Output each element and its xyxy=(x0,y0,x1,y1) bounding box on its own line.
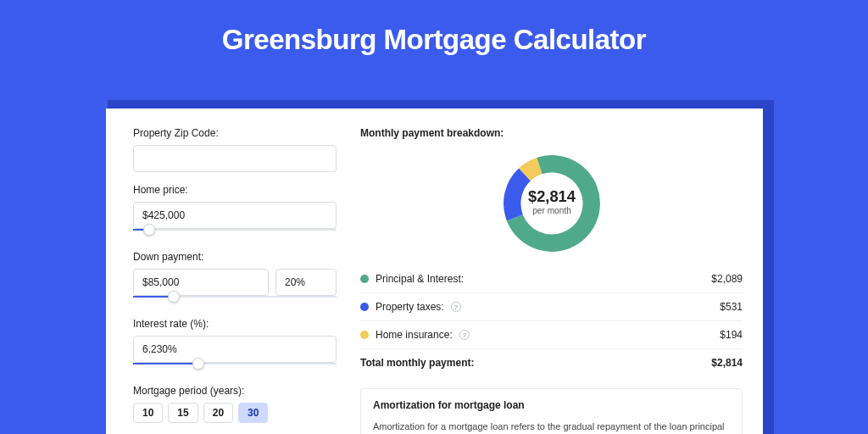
interest-slider-thumb[interactable] xyxy=(192,358,204,370)
inputs-panel: Property Zip Code: Home price: Down paym… xyxy=(133,127,337,434)
breakdown-row-value: $2,089 xyxy=(711,273,743,285)
period-field-group: Mortgage period (years): 10152030 xyxy=(133,385,337,423)
breakdown-row-label: Principal & Interest: xyxy=(376,273,464,285)
breakdown-row-value: $194 xyxy=(720,329,743,341)
amortization-body: Amortization for a mortgage loan refers … xyxy=(373,420,730,434)
home-price-slider[interactable] xyxy=(133,227,337,239)
total-row: Total monthly payment: $2,814 xyxy=(360,349,743,376)
donut-center-value: $2,814 xyxy=(528,187,576,205)
breakdown-row-1: Property taxes:?$531 xyxy=(360,293,743,321)
total-value: $2,814 xyxy=(711,357,743,369)
bullet-icon xyxy=(360,275,369,283)
donut-chart: $2,814 per month xyxy=(500,152,604,255)
zip-input[interactable] xyxy=(133,145,337,172)
amortization-title: Amortization for mortgage loan xyxy=(373,399,730,411)
period-option-15[interactable]: 15 xyxy=(168,403,198,423)
breakdown-row-0: Principal & Interest:$2,089 xyxy=(360,265,743,293)
home-price-input[interactable] xyxy=(133,202,337,229)
down-payment-slider-thumb[interactable] xyxy=(168,291,180,303)
down-payment-label: Down payment: xyxy=(133,251,337,263)
help-icon[interactable]: ? xyxy=(451,302,461,312)
interest-field-group: Interest rate (%): xyxy=(133,318,337,373)
interest-slider[interactable] xyxy=(133,361,337,373)
breakdown-row-value: $531 xyxy=(720,301,743,313)
zip-label: Property Zip Code: xyxy=(133,127,337,139)
donut-chart-container: $2,814 per month xyxy=(360,147,743,265)
period-label: Mortgage period (years): xyxy=(133,385,337,397)
home-price-label: Home price: xyxy=(133,184,337,196)
bullet-icon xyxy=(360,331,369,339)
donut-center-sub: per month xyxy=(532,206,571,215)
breakdown-row-2: Home insurance:?$194 xyxy=(360,321,743,349)
period-option-20[interactable]: 20 xyxy=(203,403,233,423)
period-option-10[interactable]: 10 xyxy=(133,403,163,423)
down-payment-slider[interactable] xyxy=(133,294,337,306)
interest-label: Interest rate (%): xyxy=(133,318,337,330)
down-payment-input[interactable] xyxy=(133,269,269,296)
page-title: Greensburg Mortgage Calculator xyxy=(0,0,868,75)
amortization-card: Amortization for mortgage loan Amortizat… xyxy=(360,388,743,434)
home-price-field-group: Home price: xyxy=(133,184,337,239)
breakdown-title: Monthly payment breakdown: xyxy=(360,127,743,139)
calculator-card: Property Zip Code: Home price: Down paym… xyxy=(106,108,763,434)
help-icon[interactable]: ? xyxy=(459,330,470,340)
breakdown-panel: Monthly payment breakdown: $2,814 per mo… xyxy=(360,127,743,434)
home-price-slider-thumb[interactable] xyxy=(143,224,155,236)
zip-field-group: Property Zip Code: xyxy=(133,127,337,172)
bullet-icon xyxy=(360,303,369,311)
period-option-30[interactable]: 30 xyxy=(238,403,268,423)
down-payment-pct-input[interactable] xyxy=(275,269,337,296)
breakdown-row-label: Property taxes: xyxy=(376,301,444,313)
interest-input[interactable] xyxy=(133,336,337,363)
down-payment-field-group: Down payment: xyxy=(133,251,337,306)
total-label: Total monthly payment: xyxy=(360,357,474,369)
breakdown-row-label: Home insurance: xyxy=(376,329,453,341)
